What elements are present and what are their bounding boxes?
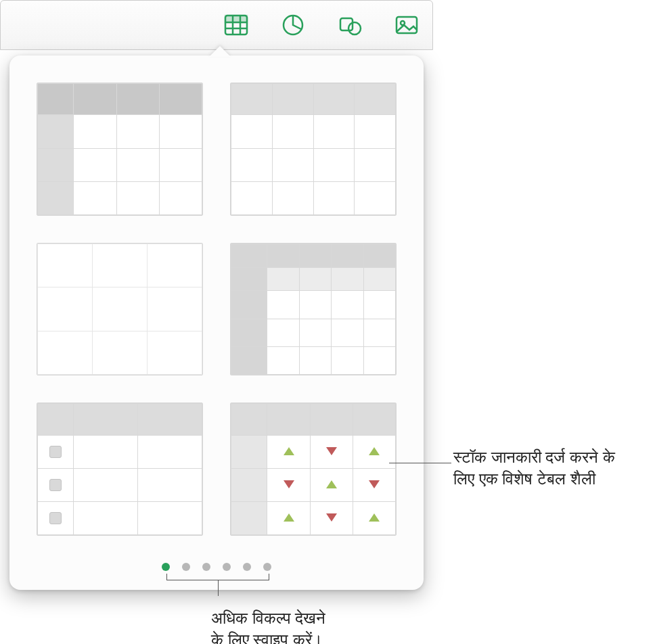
svg-point-8 (348, 22, 361, 34)
arrow-up-icon (369, 447, 380, 455)
arrow-down-icon (369, 480, 380, 488)
page-dot[interactable] (223, 563, 231, 571)
callout-text: अधिक विकल्प देखने (211, 607, 401, 629)
table-style-option[interactable] (37, 243, 203, 376)
checkbox-icon (49, 479, 62, 491)
insert-media-button[interactable] (388, 6, 426, 44)
table-style-option[interactable] (37, 402, 203, 536)
arrow-down-icon (326, 513, 337, 522)
table-style-stock-option[interactable] (230, 402, 397, 536)
page-dot[interactable] (263, 563, 271, 571)
arrow-down-icon (326, 447, 337, 455)
table-style-option[interactable] (230, 243, 397, 376)
arrow-up-icon (284, 447, 294, 455)
table-styles-popover (9, 55, 424, 590)
page-dot[interactable] (182, 563, 190, 571)
table-style-option[interactable] (230, 83, 397, 216)
arrow-down-icon (284, 480, 294, 488)
shape-icon (336, 12, 363, 39)
callout-swipe: अधिक विकल्प देखने के लिए स्वाइप करें। (211, 607, 401, 644)
insert-shape-button[interactable] (331, 6, 369, 44)
arrow-up-icon (369, 513, 380, 522)
arrow-up-icon (284, 513, 294, 522)
page-dot[interactable] (162, 563, 170, 571)
chart-icon (279, 12, 307, 39)
table-styles-grid (37, 83, 397, 536)
arrow-up-icon (326, 480, 337, 488)
callout-leader-line (389, 463, 451, 463)
callout-text: लिए एक विशेष टेबल शैली (453, 468, 650, 490)
media-icon (393, 12, 420, 39)
page-dots[interactable] (9, 563, 424, 571)
callout-text: स्टॉक जानकारी दर्ज करने के (453, 446, 650, 468)
table-style-option[interactable] (37, 83, 203, 216)
checkbox-icon (49, 446, 62, 458)
page-dot[interactable] (202, 563, 210, 571)
table-icon (223, 12, 250, 39)
callout-bracket (166, 574, 269, 580)
checkbox-icon (49, 512, 62, 524)
insert-chart-button[interactable] (274, 6, 312, 44)
insert-table-button[interactable] (217, 6, 255, 44)
svg-rect-5 (225, 16, 247, 22)
page-dot[interactable] (243, 563, 251, 571)
toolbar (0, 0, 433, 50)
callout-stock-style: स्टॉक जानकारी दर्ज करने के लिए एक विशेष … (453, 446, 650, 490)
callout-text: के लिए स्वाइप करें। (211, 629, 401, 644)
svg-rect-9 (397, 17, 417, 33)
